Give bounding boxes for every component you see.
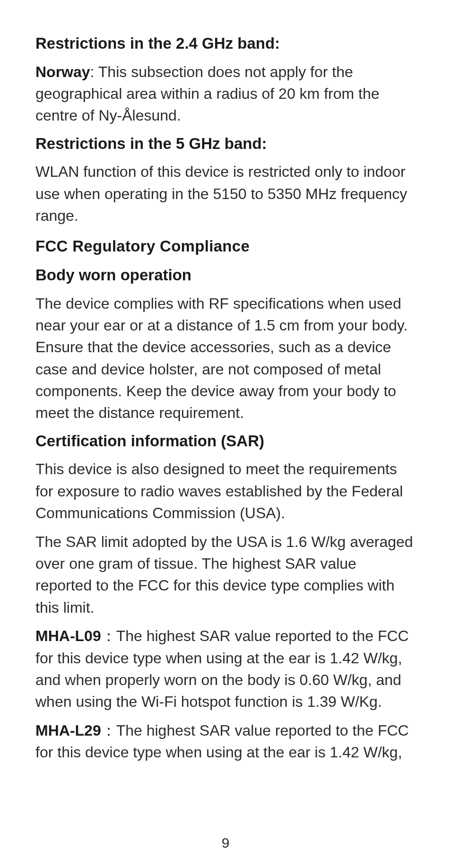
- heading-sar: Certification information (SAR): [35, 431, 416, 452]
- page-number: 9: [0, 835, 451, 851]
- paragraph-body-worn: The device complies with RF specificatio…: [35, 293, 416, 424]
- paragraph-mha-l29: MHA-L29：The highest SAR value reported t…: [35, 720, 416, 764]
- paragraph-norway: Norway: This subsection does not apply f…: [35, 61, 416, 127]
- label-norway: Norway: [35, 63, 90, 80]
- label-mha-l29: MHA-L29: [35, 722, 101, 739]
- label-mha-l09: MHA-L09: [35, 627, 101, 644]
- heading-24ghz: Restrictions in the 2.4 GHz band:: [35, 33, 416, 54]
- heading-fcc: FCC Regulatory Compliance: [35, 236, 416, 257]
- paragraph-sar-limit: The SAR limit adopted by the USA is 1.6 …: [35, 531, 416, 619]
- heading-body-worn: Body worn operation: [35, 265, 416, 286]
- paragraph-mha-l09: MHA-L09：The highest SAR value reported t…: [35, 625, 416, 713]
- paragraph-5ghz: WLAN function of this device is restrict…: [35, 161, 416, 226]
- heading-5ghz: Restrictions in the 5 GHz band:: [35, 133, 416, 155]
- paragraph-sar-intro: This device is also designed to meet the…: [35, 458, 416, 524]
